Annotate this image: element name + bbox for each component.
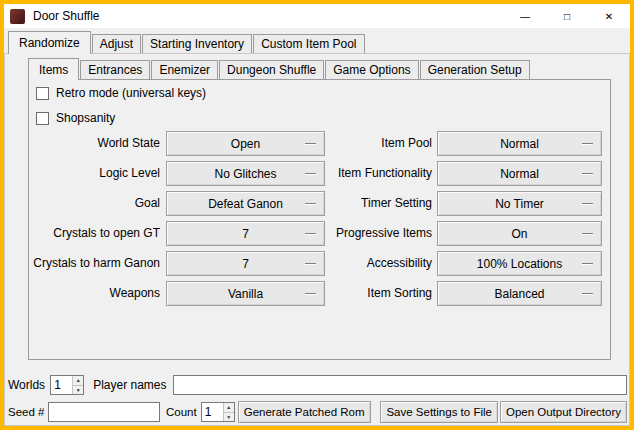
dropdown-indicator-icon <box>305 263 316 265</box>
maximize-icon[interactable]: □ <box>546 4 588 28</box>
dropdown-indicator-icon <box>582 233 593 235</box>
item-pool-label: Item Pool <box>328 131 432 156</box>
window-title: Door Shuffle <box>33 9 100 23</box>
dropdown-indicator-icon <box>305 173 316 175</box>
tab-enemizer[interactable]: Enemizer <box>151 60 218 79</box>
spin-down-icon[interactable]: ▼ <box>73 386 83 395</box>
item-functionality-label: Item Functionality <box>328 161 432 186</box>
retro-mode-label: Retro mode (universal keys) <box>56 86 206 100</box>
option-row: World State Open Item Pool Normal <box>4 131 630 156</box>
outer-tab-bar: Randomize Adjust Starting Inventory Cust… <box>8 31 366 54</box>
dropdown-indicator-icon <box>582 263 593 265</box>
option-row: Weapons Vanilla Item Sorting Balanced <box>4 281 630 306</box>
shopsanity-checkbox[interactable] <box>36 112 49 125</box>
option-row: Crystals to open GT 7 Progressive Items … <box>4 221 630 246</box>
item-pool-dropdown[interactable]: Normal <box>437 131 602 156</box>
worlds-row: Worlds 1 ▲ ▼ Player names <box>8 375 627 395</box>
spinner-arrows: ▲ ▼ <box>72 376 83 394</box>
dropdown-value: No Timer <box>495 197 544 211</box>
minimize-icon[interactable]: — <box>504 4 546 28</box>
count-value: 1 <box>202 403 223 421</box>
retro-mode-row: Retro mode (universal keys) <box>36 85 206 101</box>
shopsanity-label: Shopsanity <box>56 111 115 125</box>
logic-level-label: Logic Level <box>20 161 160 186</box>
dropdown-value: 7 <box>242 227 249 241</box>
crystals-open-gt-dropdown[interactable]: 7 <box>166 221 325 246</box>
progressive-items-label: Progressive Items <box>328 221 432 246</box>
dropdown-value: Normal <box>500 167 539 181</box>
dropdown-indicator-icon <box>305 233 316 235</box>
spin-down-icon[interactable]: ▼ <box>224 413 234 422</box>
dropdown-value: Defeat Ganon <box>208 197 283 211</box>
accessibility-label: Accessibility <box>328 251 432 276</box>
crystals-harm-ganon-label: Crystals to harm Ganon <box>20 251 160 276</box>
goal-label: Goal <box>20 191 160 216</box>
item-sorting-dropdown[interactable]: Balanced <box>437 281 602 306</box>
window-client-area: Door Shuffle — □ ✕ Randomize Adjust Star… <box>4 4 630 426</box>
player-names-label: Player names <box>93 378 166 392</box>
generate-patched-rom-button[interactable]: Generate Patched Rom <box>238 401 371 423</box>
option-row: Goal Defeat Ganon Timer Setting No Timer <box>4 191 630 216</box>
items-tab-pane <box>28 79 611 360</box>
timer-setting-label: Timer Setting <box>328 191 432 216</box>
retro-mode-checkbox[interactable] <box>36 87 49 100</box>
tab-game-options[interactable]: Game Options <box>325 60 418 79</box>
tab-custom-item-pool[interactable]: Custom Item Pool <box>253 34 364 53</box>
dropdown-value: Balanced <box>494 287 544 301</box>
dropdown-indicator-icon <box>582 143 593 145</box>
item-sorting-label: Item Sorting <box>328 281 432 306</box>
tab-dungeon-shuffle[interactable]: Dungeon Shuffle <box>219 60 324 79</box>
timer-setting-dropdown[interactable]: No Timer <box>437 191 602 216</box>
spin-up-icon[interactable]: ▲ <box>224 403 234 413</box>
spin-up-icon[interactable]: ▲ <box>73 376 83 386</box>
weapons-dropdown[interactable]: Vanilla <box>166 281 325 306</box>
worlds-label: Worlds <box>8 378 45 392</box>
count-label: Count <box>166 406 197 418</box>
crystals-open-gt-label: Crystals to open GT <box>20 221 160 246</box>
dropdown-indicator-icon <box>582 203 593 205</box>
seed-row: Seed # Count 1 ▲ ▼ Generate Patched Rom … <box>8 401 627 423</box>
dropdown-value: 100% Locations <box>477 257 562 271</box>
goal-dropdown[interactable]: Defeat Ganon <box>166 191 325 216</box>
app-icon <box>10 9 25 24</box>
logic-level-dropdown[interactable]: No Glitches <box>166 161 325 186</box>
count-spinner[interactable]: 1 ▲ ▼ <box>201 402 235 422</box>
worlds-value: 1 <box>51 376 72 394</box>
dropdown-value: No Glitches <box>214 167 276 181</box>
tab-randomize[interactable]: Randomize <box>8 31 91 54</box>
accessibility-dropdown[interactable]: 100% Locations <box>437 251 602 276</box>
option-row: Logic Level No Glitches Item Functionali… <box>4 161 630 186</box>
save-settings-button[interactable]: Save Settings to File <box>380 401 497 423</box>
world-state-dropdown[interactable]: Open <box>166 131 325 156</box>
close-icon[interactable]: ✕ <box>588 4 630 28</box>
tab-entrances[interactable]: Entrances <box>80 60 150 79</box>
tab-items[interactable]: Items <box>28 58 79 80</box>
dropdown-value: On <box>511 227 527 241</box>
tab-generation-setup[interactable]: Generation Setup <box>420 60 530 79</box>
dropdown-value: Open <box>231 137 260 151</box>
dropdown-indicator-icon <box>305 143 316 145</box>
worlds-spinner[interactable]: 1 ▲ ▼ <box>50 375 84 395</box>
spinner-arrows: ▲ ▼ <box>223 403 234 421</box>
crystals-harm-ganon-dropdown[interactable]: 7 <box>166 251 325 276</box>
dropdown-indicator-icon <box>305 293 316 295</box>
progressive-items-dropdown[interactable]: On <box>437 221 602 246</box>
dropdown-indicator-icon <box>305 203 316 205</box>
open-output-directory-button[interactable]: Open Output Directory <box>500 401 627 423</box>
tab-starting-inventory[interactable]: Starting Inventory <box>142 34 252 53</box>
world-state-label: World State <box>20 131 160 156</box>
inner-tab-bar: Items Entrances Enemizer Dungeon Shuffle… <box>28 58 531 80</box>
weapons-label: Weapons <box>20 281 160 306</box>
dropdown-value: Normal <box>500 137 539 151</box>
option-row: Crystals to harm Ganon 7 Accessibility 1… <box>4 251 630 276</box>
player-names-input[interactable] <box>173 375 628 395</box>
dropdown-value: Vanilla <box>228 287 263 301</box>
dropdown-indicator-icon <box>582 173 593 175</box>
window-controls: — □ ✕ <box>504 4 630 28</box>
dropdown-indicator-icon <box>582 293 593 295</box>
titlebar: Door Shuffle — □ ✕ <box>4 4 630 28</box>
shopsanity-row: Shopsanity <box>36 110 115 126</box>
tab-adjust[interactable]: Adjust <box>92 34 141 53</box>
item-functionality-dropdown[interactable]: Normal <box>437 161 602 186</box>
seed-input[interactable] <box>48 402 160 422</box>
